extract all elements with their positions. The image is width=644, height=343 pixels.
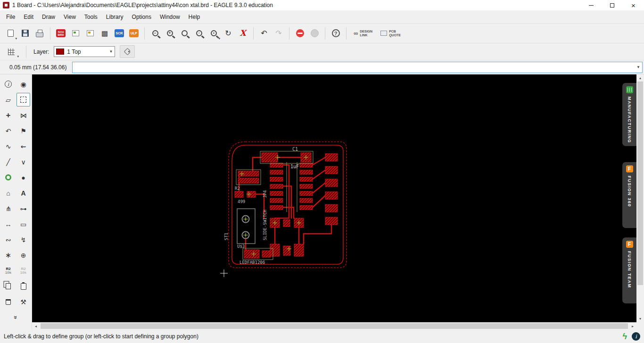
zoom-to-fit-button[interactable]: ▫ bbox=[192, 27, 206, 40]
grid-button[interactable]: ▾ bbox=[4, 46, 19, 58]
ripup-tool-button[interactable]: ⇜ bbox=[17, 139, 30, 153]
dimension-tool-button[interactable]: ↔ bbox=[1, 217, 15, 231]
print-button[interactable] bbox=[33, 27, 46, 40]
ratsnest-icon: ∗ bbox=[5, 252, 11, 259]
board-canvas[interactable]: C1 1uF R2 499 U$3 LEDFAB1206 JP4 SLIDE-S… bbox=[32, 74, 636, 322]
text-icon: A bbox=[21, 190, 25, 196]
command-dropdown-button[interactable]: ▼ bbox=[635, 62, 642, 73]
undo-button[interactable]: ↶ bbox=[257, 27, 271, 40]
tab-fusion-team[interactable]: F FUSION TEAM bbox=[622, 237, 636, 303]
wire-tool-button[interactable]: ╱ bbox=[1, 155, 15, 169]
copy-tool-button[interactable] bbox=[1, 279, 15, 293]
change-tool-button[interactable]: ⚒ bbox=[17, 295, 30, 309]
script-button[interactable]: SCR bbox=[113, 27, 126, 40]
rotate-tool-button[interactable]: ↶ bbox=[1, 124, 15, 138]
menu-tools[interactable]: Tools bbox=[80, 12, 102, 22]
redraw-button[interactable]: ↻ bbox=[222, 27, 235, 40]
show-tool-button[interactable]: ◉ bbox=[17, 77, 30, 91]
expand-palette-button[interactable]: » bbox=[9, 310, 23, 324]
menu-options[interactable]: Options bbox=[128, 12, 156, 22]
fabrication-button[interactable]: ▩ bbox=[98, 27, 111, 40]
group-tool-button[interactable] bbox=[17, 93, 30, 106]
paste-icon bbox=[21, 283, 26, 290]
label-led: LEDFAB1206 bbox=[239, 260, 265, 265]
paste-tool-button[interactable] bbox=[17, 279, 30, 293]
help-button[interactable]: ? bbox=[329, 27, 342, 40]
toolbar-separator bbox=[50, 27, 50, 40]
chevron-down-icon: ▾ bbox=[218, 37, 220, 40]
scroll-right-arrow[interactable]: ▸ bbox=[629, 323, 636, 330]
label-tag-button[interactable] bbox=[120, 45, 135, 58]
miter-tool-button[interactable]: ⋔ bbox=[1, 202, 15, 215]
circle-tool-button[interactable]: ● bbox=[17, 171, 30, 184]
ratsnest-tool-button[interactable]: ∗ bbox=[1, 248, 15, 262]
meander-tool-button[interactable]: ∾ bbox=[1, 233, 15, 246]
text-tool-button[interactable]: A bbox=[17, 186, 30, 200]
zoom-out-icon: − bbox=[152, 30, 158, 36]
layer-dropdown[interactable]: 1 Top ▼ bbox=[54, 46, 115, 57]
minimize-button[interactable] bbox=[580, 0, 602, 10]
mirror-tool-button[interactable]: ⋈ bbox=[17, 108, 30, 122]
vertical-scroll-thumb[interactable] bbox=[637, 82, 643, 285]
optimize-tool-button[interactable]: ⊶ bbox=[17, 202, 30, 215]
info-indicator-icon[interactable]: i bbox=[632, 332, 640, 341]
group-select-icon bbox=[20, 97, 26, 103]
zoom-in-button[interactable]: + bbox=[163, 27, 176, 40]
display-tool-button[interactable]: ▱ bbox=[1, 93, 15, 106]
ulp-button[interactable]: ULP bbox=[127, 27, 140, 40]
move-tool-button[interactable]: + bbox=[1, 108, 15, 122]
menu-help[interactable]: Help bbox=[184, 12, 205, 22]
sheet-icon bbox=[72, 30, 79, 36]
go-icon bbox=[311, 29, 319, 37]
delete-tool-button[interactable] bbox=[1, 295, 15, 309]
tab-fusion-360[interactable]: F FUSION 360 bbox=[622, 162, 636, 228]
horizontal-scrollbar[interactable]: ◂ ▸ bbox=[32, 322, 636, 330]
hole-tool-button[interactable]: ⊕ bbox=[17, 248, 30, 262]
design-link-button[interactable]: ∞ DESIGN LINK bbox=[350, 27, 376, 40]
signal-tool-button[interactable]: ↯ bbox=[17, 233, 30, 246]
label-st1: ST1 bbox=[224, 233, 229, 240]
value-tool-button[interactable]: R210k bbox=[17, 264, 30, 278]
menu-window[interactable]: Window bbox=[156, 12, 184, 22]
cancel-command-button[interactable]: X bbox=[236, 27, 249, 40]
maximize-button[interactable] bbox=[602, 0, 623, 10]
save-button[interactable] bbox=[18, 27, 32, 40]
scroll-down-arrow[interactable]: ▾ bbox=[636, 315, 644, 322]
toolbar-separator bbox=[289, 27, 289, 40]
smash-tool-button[interactable]: ⚑ bbox=[17, 124, 30, 138]
go-button[interactable] bbox=[308, 27, 321, 40]
menu-file[interactable]: File bbox=[2, 12, 19, 22]
close-button[interactable]: × bbox=[623, 0, 644, 10]
zoom-select-button[interactable]: ▪▾ bbox=[207, 27, 220, 40]
rect-tool-button[interactable]: ▭ bbox=[17, 217, 30, 231]
stop-button[interactable] bbox=[293, 27, 306, 40]
tab-manufacturing[interactable]: MANUFACTURING bbox=[622, 83, 636, 146]
tag-icon bbox=[124, 48, 132, 56]
split-tool-button[interactable]: ∨ bbox=[17, 155, 30, 169]
pcb-quote-button[interactable]: PCB QUOTE bbox=[377, 27, 404, 40]
menu-view[interactable]: View bbox=[59, 12, 80, 22]
route-tool-button[interactable]: ∿ bbox=[1, 139, 15, 153]
schematic-board-toggle-button[interactable]: SCH BRD bbox=[54, 27, 67, 40]
redo-button[interactable]: ↷ bbox=[272, 27, 285, 40]
design-rules-button[interactable] bbox=[83, 27, 97, 40]
polygon-tool-button[interactable]: ⌂ bbox=[1, 186, 15, 200]
via-tool-button[interactable] bbox=[1, 171, 15, 184]
fusion-team-icon: F bbox=[626, 241, 633, 248]
zoom-last-button[interactable] bbox=[178, 27, 191, 40]
vertical-scrollbar[interactable]: ▴ ▾ bbox=[636, 74, 644, 322]
scroll-up-arrow[interactable]: ▴ bbox=[636, 74, 644, 82]
command-input[interactable] bbox=[73, 62, 635, 73]
scroll-left-arrow[interactable]: ◂ bbox=[32, 323, 40, 330]
info-tool-button[interactable]: i bbox=[1, 77, 15, 91]
menu-draw[interactable]: Draw bbox=[38, 12, 59, 22]
horizontal-scroll-thumb[interactable] bbox=[41, 323, 628, 329]
wrench-icon: ⚒ bbox=[20, 299, 26, 305]
tool-palette: i◉ ▱ +⋈ ↶⚑ ∿⇜ ╱∨ ● ⌂A ⋔⊶ ↔▭ ∾↯ ∗⊕ R210k … bbox=[0, 74, 32, 330]
menu-edit[interactable]: Edit bbox=[19, 12, 38, 22]
zoom-out-button[interactable]: − bbox=[149, 27, 162, 40]
menu-library[interactable]: Library bbox=[102, 12, 128, 22]
grid-settings-button[interactable] bbox=[69, 27, 82, 40]
open-board-button[interactable]: ▾ bbox=[4, 27, 17, 40]
name-tool-button[interactable]: R210k bbox=[1, 264, 15, 278]
